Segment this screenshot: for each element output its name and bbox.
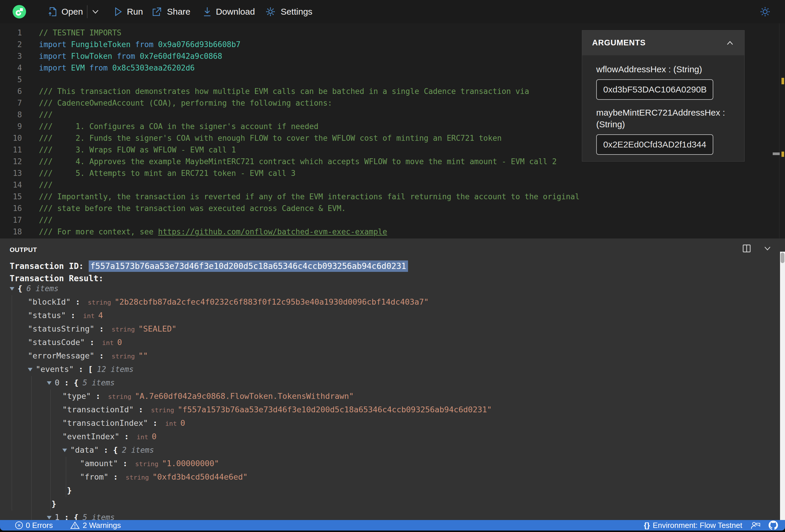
json-colon: :	[59, 378, 74, 387]
json-key: "amount"	[80, 459, 118, 468]
json-value: 4	[98, 311, 103, 320]
code-line: 14///	[0, 179, 580, 191]
code-token: /// 3. Wraps FLOW as WFLOW - EVM call 1	[39, 146, 236, 154]
line-number: 14	[0, 179, 22, 191]
json-key: "errorMessage"	[28, 351, 95, 360]
json-value: "0xfd3b4cd50d44e6ed"	[152, 472, 248, 481]
json-colon: :	[71, 297, 85, 306]
open-button[interactable]: Open	[61, 7, 83, 17]
json-colon: :	[99, 446, 113, 454]
json-value-type: int	[83, 312, 95, 320]
json-open-brace: {	[18, 284, 22, 293]
json-colon: :	[108, 472, 123, 481]
errors-status[interactable]: × 0 Errors	[15, 521, 53, 530]
expand-triangle-icon[interactable]	[62, 449, 67, 452]
json-item-count: 5 items	[82, 513, 115, 520]
run-button[interactable]: Run	[127, 7, 143, 17]
expand-triangle-icon[interactable]	[47, 381, 52, 385]
json-key: "events"	[36, 364, 74, 374]
code-token: /// Importantly, the transaction is reve…	[39, 192, 580, 201]
json-item-count: 5 items	[82, 378, 115, 387]
json-value: 0	[117, 338, 122, 347]
code-link[interactable]: https://github.com/onflow/batched-evm-ex…	[158, 227, 387, 236]
line-number: 9	[0, 121, 22, 132]
code-token: /// CadenceOwnedAccount (COA), performin…	[39, 99, 332, 107]
json-tree-row: "blockId" : string"2b28cbfb87da2cfec4f02…	[0, 295, 776, 309]
code-token: ///	[39, 110, 53, 119]
json-colon: :	[148, 419, 162, 428]
output-title: OUTPUT	[10, 246, 37, 254]
collapse-output-chevron-icon[interactable]	[763, 246, 772, 251]
run-icon	[115, 7, 122, 17]
json-tree-row: "from" : string"0xfd3b4cd50d44e6ed"	[0, 470, 776, 484]
code-line: 17///	[0, 214, 580, 226]
split-editor-icon[interactable]	[742, 244, 751, 253]
errors-count: 0 Errors	[26, 521, 53, 530]
code-line: 3import FlowToken from 0x7e60df042a9c086…	[0, 50, 580, 62]
indent-guide	[12, 295, 12, 511]
json-tree-row: "events" : [12 items	[0, 362, 776, 376]
json-key: "data"	[70, 446, 99, 454]
json-tree-row: "transactionIndex" : int0	[0, 416, 776, 430]
collapse-chevron-up-icon[interactable]	[726, 41, 734, 46]
theme-toggle-sun-icon[interactable]	[760, 6, 770, 17]
code-token: /// state before the transaction was exe…	[39, 204, 346, 213]
warning-marker	[782, 78, 784, 84]
json-value: "2b28cbfb87da2cfec4f0232c6f883f0f12c95b3…	[115, 297, 429, 306]
line-number: 15	[0, 191, 22, 203]
argument-input-maybemint[interactable]	[596, 134, 713, 155]
argument-label: maybeMintERC721AddressHex : (String)	[596, 107, 730, 130]
output-panel: OUTPUT Transaction ID: f557a1573b76aa53e…	[0, 238, 785, 520]
argument-input-wflow[interactable]	[596, 79, 713, 100]
output-scrollbar-thumb[interactable]	[781, 253, 784, 263]
editor-scrollbar-handle[interactable]	[773, 152, 780, 155]
json-key: "eventIndex"	[62, 432, 120, 441]
download-button[interactable]: Download	[216, 7, 255, 17]
settings-button[interactable]: Settings	[281, 7, 312, 17]
json-tree-row: "status" : int4	[0, 309, 776, 322]
line-number: 1	[0, 27, 22, 39]
json-item-count: 12 items	[97, 365, 133, 374]
json-open-brace: {	[74, 513, 78, 520]
json-key: "type"	[62, 391, 91, 401]
json-open-brace: {	[113, 446, 118, 454]
output-scrollbar[interactable]	[780, 252, 785, 520]
share-button[interactable]: Share	[167, 7, 190, 17]
json-tree-row: }	[0, 497, 776, 511]
transaction-id-value[interactable]: f557a1573b76aa53e73d46f3e10d200d5c18a653…	[89, 260, 408, 272]
environment-status[interactable]: {} Environment: Flow Testnet	[644, 521, 742, 530]
indent-guide	[50, 389, 51, 511]
warning-icon	[70, 521, 80, 529]
code-token: from	[135, 40, 158, 49]
arguments-panel-header[interactable]: ARGUMENTS	[582, 30, 744, 55]
code-line: 12/// 4. Approves the example MaybeMintE…	[0, 156, 580, 168]
json-key: 0	[55, 378, 59, 387]
github-icon[interactable]	[768, 521, 778, 530]
json-tree-row: 0 : {5 items	[0, 376, 776, 389]
open-dropdown-chevron-icon[interactable]	[91, 9, 100, 15]
json-tree-row: "transactionId" : string"f557a1573b76aa5…	[0, 403, 776, 416]
json-key: "status"	[28, 311, 66, 320]
json-tree-row: }	[0, 484, 776, 497]
code-token: /// This transaction demonstrates how mu…	[39, 87, 529, 96]
json-open-brace: [	[88, 364, 93, 374]
download-icon	[203, 7, 211, 17]
status-bar: × 0 Errors 2 Warnings {} Environment: Fl…	[0, 520, 785, 531]
json-close-brace: }	[67, 486, 72, 495]
settings-gear-icon	[265, 7, 275, 17]
json-colon: :	[74, 364, 88, 374]
feedback-person-icon[interactable]	[751, 521, 760, 530]
code-editor[interactable]: 1// TESTNET IMPORTS2import FungibleToken…	[0, 23, 785, 238]
toolbar-divider	[87, 5, 87, 18]
editor-overview-ruler[interactable]	[779, 23, 785, 238]
code-line: 4import EVM from 0x8c5303eaa26202d6	[0, 62, 580, 74]
expand-triangle-icon[interactable]	[47, 516, 52, 520]
code-line: 18/// For more context, see https://gith…	[0, 226, 580, 237]
json-item-count: 2 items	[122, 446, 154, 454]
code-token: 0x8c5303eaa26202d6	[112, 64, 195, 72]
warnings-status[interactable]: 2 Warnings	[70, 521, 121, 530]
json-value: ""	[138, 351, 148, 360]
expand-triangle-icon[interactable]	[28, 368, 32, 371]
code-line: 11/// 3. Wraps FLOW as WFLOW - EVM call …	[0, 144, 580, 156]
expand-triangle-icon[interactable]	[10, 287, 14, 290]
